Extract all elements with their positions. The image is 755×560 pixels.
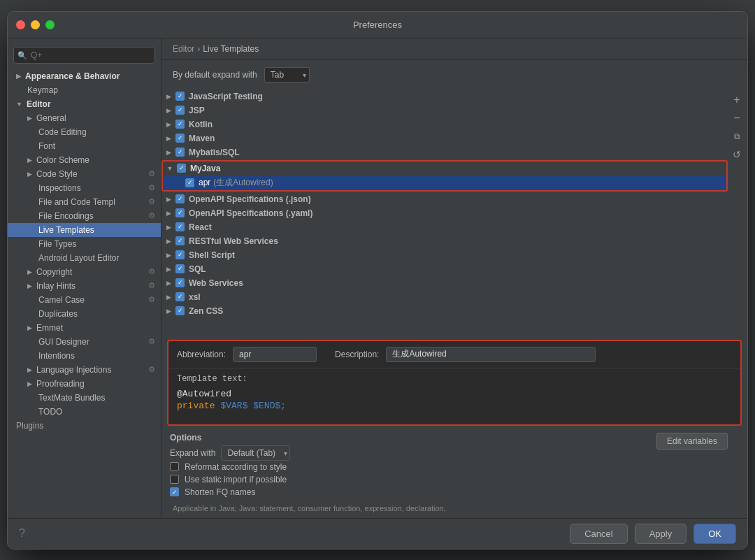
abbreviation-input[interactable] (233, 347, 317, 362)
add-template-button[interactable]: + (729, 92, 745, 108)
sidebar-item-todo[interactable]: TODO (8, 405, 161, 419)
group-checkbox[interactable] (175, 134, 185, 143)
expand-with-bar: By default expand with Tab Enter Space ▾ (161, 60, 747, 89)
sidebar-item-emmet[interactable]: ▶ Emmet (8, 321, 161, 335)
help-icon[interactable]: ? (19, 527, 25, 540)
sidebar-item-code-style[interactable]: ▶ Code Style ⚙ (8, 167, 161, 181)
sidebar-item-font[interactable]: Font (8, 139, 161, 153)
group-checkbox[interactable] (175, 264, 185, 273)
group-zen-css[interactable]: ▶ Zen CSS (161, 304, 728, 318)
sidebar-label: File and Code Templ (38, 197, 115, 207)
sidebar-item-file-code-templ[interactable]: File and Code Templ ⚙ (8, 195, 161, 209)
group-react[interactable]: ▶ React (161, 220, 728, 234)
sidebar-item-proofreading[interactable]: ▶ Proofreading (8, 377, 161, 391)
apply-button[interactable]: Apply (635, 524, 687, 544)
expand-with-options-select[interactable]: Default (Tab) Tab Enter Space (221, 445, 290, 461)
group-kotlin[interactable]: ▶ Kotlin (161, 117, 728, 131)
reformat-label: Reformat according to style (185, 462, 287, 472)
edit-variables-button[interactable]: Edit variables (656, 433, 728, 450)
sidebar-label: TODO (38, 407, 62, 417)
gear-icon: ⚙ (148, 197, 155, 206)
sidebar-item-file-types[interactable]: File Types (8, 237, 161, 251)
sidebar-item-inlay-hints[interactable]: ▶ Inlay Hints ⚙ (8, 279, 161, 293)
minimize-button[interactable] (31, 20, 40, 29)
group-maven[interactable]: ▶ Maven (161, 131, 728, 145)
sidebar-item-gui-designer[interactable]: GUI Designer ⚙ (8, 335, 161, 349)
group-checkbox[interactable] (175, 92, 185, 101)
group-myjava[interactable]: ▼ MyJava (163, 161, 726, 175)
sidebar-item-textmate-bundles[interactable]: TextMate Bundles (8, 391, 161, 405)
group-checkbox[interactable] (175, 120, 185, 129)
group-xsl[interactable]: ▶ xsl (161, 290, 728, 304)
copy-template-button[interactable]: ⧉ (729, 129, 745, 144)
chevron-right-icon: ▶ (164, 224, 173, 231)
abbreviation-label: Abbreviation: (177, 350, 226, 359)
template-item-apr[interactable]: apr (生成Autowired) (163, 175, 726, 190)
remove-template-button[interactable]: − (729, 110, 745, 126)
chevron-icon: ▼ (16, 101, 22, 108)
sidebar-item-appearance-behavior[interactable]: ▶ Appearance & Behavior (8, 69, 161, 83)
static-import-checkbox[interactable] (170, 475, 179, 484)
group-shell[interactable]: ▶ Shell Script (161, 248, 728, 262)
breadcrumb: Editor › Live Templates (161, 38, 747, 60)
traffic-lights (16, 20, 55, 29)
chevron-icon: ▶ (27, 115, 32, 122)
sidebar-item-keymap[interactable]: Keymap (8, 83, 161, 97)
sidebar-item-duplicates[interactable]: Duplicates (8, 307, 161, 321)
group-checkbox[interactable] (175, 278, 185, 287)
group-checkbox[interactable] (175, 148, 185, 157)
sidebar-item-color-scheme[interactable]: ▶ Color Scheme (8, 153, 161, 167)
group-checkbox[interactable] (175, 222, 185, 231)
group-mybatis[interactable]: ▶ Mybatis/SQL (161, 145, 728, 159)
sidebar-item-code-editing[interactable]: Code Editing (8, 125, 161, 139)
sidebar-item-language-injections[interactable]: ▶ Language Injections ⚙ (8, 363, 161, 377)
chevron-right-icon: ▶ (164, 135, 173, 142)
sidebar-item-camel-case[interactable]: Camel Case ⚙ (8, 293, 161, 307)
breadcrumb-parent: Editor (173, 44, 194, 54)
sidebar-item-file-encodings[interactable]: File Encodings ⚙ (8, 209, 161, 223)
gear-icon: ⚙ (148, 267, 155, 276)
search-box: 🔍 (13, 47, 155, 64)
reformat-checkbox[interactable] (170, 462, 179, 471)
breadcrumb-current: Live Templates (203, 44, 259, 54)
group-restful[interactable]: ▶ RESTful Web Services (161, 234, 728, 248)
sidebar-label: Font (38, 141, 55, 151)
description-input[interactable] (386, 347, 596, 362)
maximize-button[interactable] (45, 20, 55, 29)
group-jsp[interactable]: ▶ JSP (161, 103, 728, 117)
group-checkbox[interactable] (175, 106, 185, 115)
sidebar-item-intentions[interactable]: Intentions (8, 349, 161, 363)
group-checkbox[interactable] (175, 236, 185, 245)
sidebar-label: Keymap (27, 85, 58, 95)
myjava-group-box: ▼ MyJava apr (生成Autowired) (161, 160, 728, 192)
group-sql[interactable]: ▶ SQL (161, 262, 728, 276)
cancel-button[interactable]: Cancel (570, 524, 627, 544)
chevron-icon: ▶ (27, 282, 32, 289)
shorten-fq-checkbox[interactable] (170, 487, 179, 496)
template-text-area: Template text: @Autowired private $VAR$ … (168, 368, 740, 424)
sidebar-item-copyright[interactable]: ▶ Copyright ⚙ (8, 265, 161, 279)
sidebar-item-live-templates[interactable]: Live Templates (8, 223, 161, 237)
sidebar-item-plugins[interactable]: Plugins (8, 419, 161, 433)
sidebar-item-general[interactable]: ▶ General (8, 111, 161, 125)
revert-template-button[interactable]: ↺ (729, 147, 745, 162)
group-openapi-yaml[interactable]: ▶ OpenAPI Specifications (.yaml) (161, 206, 728, 220)
expand-with-select[interactable]: Tab Enter Space (264, 67, 310, 82)
group-checkbox[interactable] (175, 208, 185, 217)
template-checkbox[interactable] (185, 178, 194, 187)
ok-button[interactable]: OK (693, 524, 736, 544)
group-checkbox[interactable] (175, 292, 185, 301)
sidebar-item-android-layout-editor[interactable]: Android Layout Editor (8, 251, 161, 265)
group-javascript-testing[interactable]: ▶ JavaScript Testing (161, 89, 728, 103)
group-web-services[interactable]: ▶ Web Services (161, 276, 728, 290)
options-edit-row: Options Expand with Default (Tab) Tab En… (161, 430, 747, 501)
group-checkbox[interactable] (175, 194, 185, 203)
close-button[interactable] (16, 20, 25, 29)
sidebar-item-inspections[interactable]: Inspections ⚙ (8, 181, 161, 195)
group-openapi-json[interactable]: ▶ OpenAPI Specifications (.json) (161, 192, 728, 206)
search-input[interactable] (13, 47, 155, 64)
group-checkbox[interactable] (175, 250, 185, 259)
sidebar-item-editor[interactable]: ▼ Editor (8, 97, 161, 111)
group-checkbox[interactable] (177, 164, 186, 173)
group-checkbox[interactable] (175, 306, 185, 315)
